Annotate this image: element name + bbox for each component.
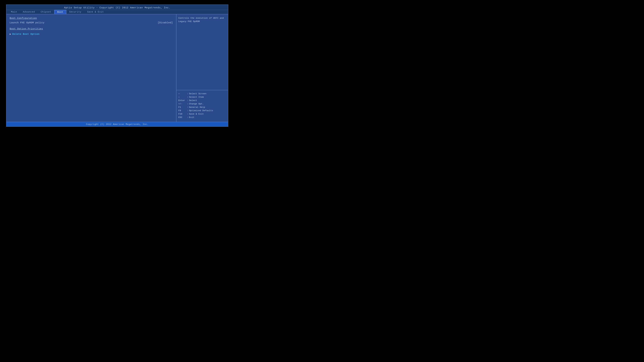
bottom-bar: Copyright (C) 2012 American Megatrends, … bbox=[6, 122, 228, 126]
shortcut-desc-select-screen: Select Screen bbox=[189, 92, 206, 95]
tab-boot[interactable]: Boot bbox=[54, 10, 66, 14]
shortcut-key-enter: Enter bbox=[178, 99, 186, 102]
bottom-bar-text: Copyright (C) 2012 American Megatrends, … bbox=[86, 123, 148, 125]
shortcut-key-plus-minus: +/- bbox=[178, 103, 186, 105]
tab-advanced[interactable]: Advanced bbox=[20, 10, 38, 14]
shortcut-f10: F10 : Save & Exit bbox=[178, 113, 226, 115]
shortcut-desc-esc: Exit bbox=[189, 116, 194, 119]
shortcut-desc-f9: Optimized Defaults bbox=[189, 109, 213, 112]
shortcut-f1: F1 : General Help bbox=[178, 106, 226, 108]
tab-save-exit[interactable]: Save & Exit bbox=[84, 10, 106, 14]
delete-boot-option-item[interactable]: ▶ Delete Boot Option bbox=[10, 33, 173, 35]
shortcut-desc-f1: General Help bbox=[189, 106, 205, 108]
launch-pxe-row[interactable]: Launch PXE OpROM policy [Disabled] bbox=[10, 21, 173, 24]
tab-chipset[interactable]: Chipset bbox=[38, 10, 54, 14]
delete-boot-option-label: Delete Boot Option bbox=[12, 33, 40, 35]
shortcut-key-f10: F10 bbox=[178, 113, 186, 115]
title-bar: Aptio Setup Utility - Copyright (C) 2012… bbox=[6, 5, 228, 10]
tab-main[interactable]: Main bbox=[8, 10, 20, 14]
shortcut-key-arrows-lr: ↔ bbox=[178, 92, 186, 95]
shortcut-key-arrows-ud: ↕ bbox=[178, 96, 186, 98]
help-text: Controls the execution of UEFI and Legac… bbox=[176, 14, 228, 90]
arrow-icon: ▶ bbox=[10, 33, 11, 35]
shortcut-desc-change-opt: Change Opt. bbox=[189, 103, 204, 105]
shortcut-desc-select-item: Select Item bbox=[189, 96, 204, 98]
tab-bar: Main Advanced Chipset Boot Security Save… bbox=[6, 10, 228, 14]
shortcut-desc-enter: Select bbox=[189, 99, 197, 102]
launch-pxe-label: Launch PXE OpROM policy bbox=[10, 21, 44, 24]
launch-pxe-value: [Disabled] bbox=[158, 21, 173, 24]
shortcut-desc-f10: Save & Exit bbox=[189, 113, 204, 115]
boot-config-header: Boot Configuration bbox=[10, 17, 173, 19]
boot-priorities-title: Boot Option Priorities bbox=[10, 27, 173, 30]
shortcut-change-opt: +/- : Change Opt. bbox=[178, 103, 226, 105]
left-panel: Boot Configuration Launch PXE OpROM poli… bbox=[6, 14, 176, 122]
shortcut-f9: F9 : Optimized Defaults bbox=[178, 109, 226, 112]
title-text: Aptio Setup Utility - Copyright (C) 2012… bbox=[64, 6, 170, 9]
shortcut-esc: ESC : Exit bbox=[178, 116, 226, 119]
main-content: Boot Configuration Launch PXE OpROM poli… bbox=[6, 14, 228, 122]
tab-security[interactable]: Security bbox=[66, 10, 84, 14]
shortcut-key-f9: F9 bbox=[178, 109, 186, 112]
shortcut-key-f1: F1 bbox=[178, 106, 186, 108]
shortcut-enter: Enter : Select bbox=[178, 99, 226, 102]
right-panel: Controls the execution of UEFI and Legac… bbox=[176, 14, 228, 122]
shortcut-select-screen: ↔ : Select Screen bbox=[178, 92, 226, 95]
shortcut-key-esc: ESC bbox=[178, 116, 186, 119]
bios-screen: Aptio Setup Utility - Copyright (C) 2012… bbox=[6, 4, 228, 127]
shortcuts-panel: ↔ : Select Screen ↕ : Select Item Enter … bbox=[176, 90, 228, 122]
shortcut-select-item: ↕ : Select Item bbox=[178, 96, 226, 98]
